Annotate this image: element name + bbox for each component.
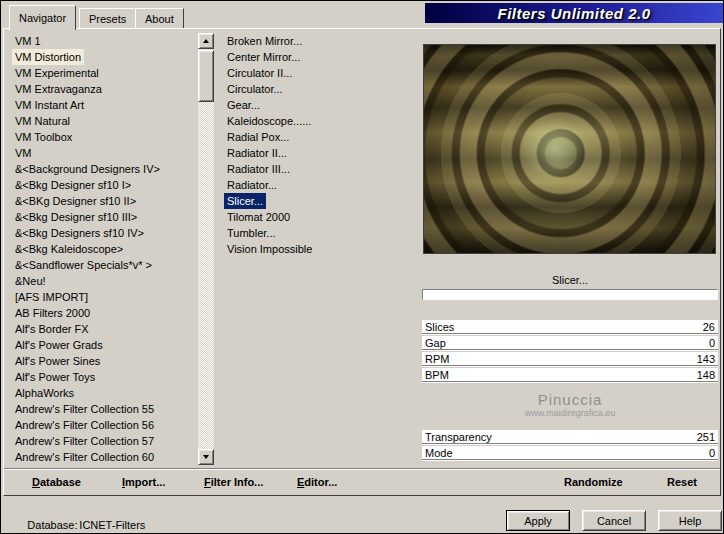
parameter-slider-row[interactable]: Gap0 — [422, 336, 718, 349]
parameter-slider-row[interactable]: RPM143 — [422, 352, 718, 365]
bottom-toolbar: Database Import... Filter Info... Editor… — [4, 468, 720, 495]
category-list: VM 1VM DistortionVM ExperimentalVM Extra… — [12, 33, 196, 467]
parameter-slider-row[interactable]: BPM148 — [422, 368, 718, 381]
apply-button[interactable]: Apply — [506, 510, 570, 531]
parameter-value: 143 — [697, 353, 715, 365]
current-filter-name: Slicer... — [422, 274, 718, 286]
progress-bar — [422, 289, 718, 300]
title-banner: Filters Unlimited 2.0 — [425, 3, 723, 23]
parameter-group-top: Slices26Gap0RPM143BPM148 — [422, 320, 718, 381]
parameter-value: 0 — [709, 447, 715, 459]
filter-item[interactable]: Tilomat 2000 — [224, 209, 293, 225]
category-item[interactable]: VM Toolbox — [12, 129, 75, 145]
parameter-name: RPM — [425, 353, 449, 365]
scroll-up-icon — [203, 39, 209, 43]
filter-item[interactable]: Circulator... — [224, 81, 286, 97]
watermark-url: www.maidiregrafica.eu — [422, 408, 718, 418]
filter-item[interactable]: Radiator II... — [224, 145, 290, 161]
database-button[interactable]: Database — [32, 476, 81, 488]
filter-item[interactable]: Radial Pox... — [224, 129, 292, 145]
category-item[interactable]: VM Natural — [12, 113, 73, 129]
parameter-slider-row[interactable]: Slices26 — [422, 320, 718, 333]
tab-about[interactable]: About — [135, 8, 184, 28]
filter-item[interactable]: Slicer... — [224, 193, 266, 209]
help-button[interactable]: Help — [658, 510, 722, 531]
category-item[interactable]: VM 1 — [12, 33, 44, 49]
reset-button[interactable]: Reset — [667, 476, 697, 488]
category-item[interactable]: AlphaWorks — [12, 385, 77, 401]
parameter-value: 0 — [709, 337, 715, 349]
app-title: Filters Unlimited 2.0 — [497, 5, 650, 22]
category-item[interactable]: Andrew's Filter Collection 60 — [12, 449, 157, 465]
filter-item[interactable]: Center Mirror... — [224, 49, 303, 65]
preview-panel: Slicer... Slices26Gap0RPM143BPM148 Pinuc… — [422, 32, 718, 468]
randomize-button[interactable]: Randomize — [564, 476, 623, 488]
parameter-value: 148 — [697, 369, 715, 381]
parameter-group-bottom: Transparency251Mode0 — [422, 430, 718, 459]
filter-info-button[interactable]: Filter Info... — [204, 476, 263, 488]
category-item[interactable]: &Neu! — [12, 273, 49, 289]
category-item[interactable]: Alf's Power Grads — [12, 337, 106, 353]
filters-status: Filters:1226 — [9, 519, 104, 534]
watermark: Pinuccia www.maidiregrafica.eu — [422, 384, 718, 430]
category-item[interactable]: VM Instant Art — [12, 97, 87, 113]
category-item[interactable]: VM Experimental — [12, 65, 102, 81]
category-item[interactable]: &<Bkg Designers sf10 IV> — [12, 225, 147, 241]
parameter-list: Slices26Gap0RPM143BPM148 Pinuccia www.ma… — [422, 320, 718, 462]
scroll-up-button[interactable] — [198, 33, 214, 49]
category-item[interactable]: VM Extravaganza — [12, 81, 105, 97]
filter-list: Broken Mirror...Center Mirror...Circulat… — [224, 33, 416, 467]
filter-item[interactable]: Radiator III... — [224, 161, 293, 177]
scroll-down-icon — [203, 455, 209, 459]
parameter-slider-row[interactable]: Transparency251 — [422, 430, 718, 443]
navigator-tab-page: VM 1VM DistortionVM ExperimentalVM Extra… — [3, 28, 721, 496]
parameter-slider-row[interactable]: Mode0 — [422, 446, 718, 459]
parameter-name: Transparency — [425, 431, 492, 443]
category-item[interactable]: Andrew's Filter Collection 55 — [12, 401, 157, 417]
filter-item[interactable]: Broken Mirror... — [224, 33, 305, 49]
filter-item[interactable]: Gear... — [224, 97, 263, 113]
filter-item[interactable]: Tumbler... — [224, 225, 279, 241]
editor-button[interactable]: Editor... — [297, 476, 337, 488]
category-item[interactable]: &<BKg Designer sf10 II> — [12, 193, 139, 209]
tab-navigator[interactable]: Navigator — [9, 5, 76, 30]
filter-item[interactable]: Radiator... — [224, 177, 280, 193]
category-item[interactable]: VM — [12, 145, 35, 161]
category-item[interactable]: VM Distortion — [12, 49, 84, 65]
category-item[interactable]: Andrew's Filter Collection 57 — [12, 433, 157, 449]
category-item[interactable]: &<Background Designers IV> — [12, 161, 163, 177]
filter-item[interactable]: Vision Impossible — [224, 241, 315, 257]
parameter-name: BPM — [425, 369, 449, 381]
parameter-name: Mode — [425, 447, 453, 459]
filter-item[interactable]: Circulator II... — [224, 65, 295, 81]
category-item[interactable]: AB Filters 2000 — [12, 305, 93, 321]
tab-presets[interactable]: Presets — [79, 8, 136, 28]
category-item[interactable]: &<Bkg Kaleidoscope> — [12, 241, 126, 257]
category-item[interactable]: Alf's Power Toys — [12, 369, 98, 385]
cancel-button[interactable]: Cancel — [582, 510, 646, 531]
watermark-name: Pinuccia — [422, 384, 718, 408]
parameter-name: Slices — [425, 321, 454, 333]
filters-unlimited-window: Navigator Presets About Filters Unlimite… — [0, 0, 724, 534]
parameter-name: Gap — [425, 337, 446, 349]
filter-preview-image — [423, 44, 716, 254]
category-item[interactable]: &<Bkg Designer sf10 I> — [12, 177, 134, 193]
category-scrollbar[interactable] — [198, 33, 214, 465]
parameter-value: 251 — [697, 431, 715, 443]
status-bar: Database:ICNET-Filters Filters:1226 Appl… — [1, 496, 723, 534]
scrollbar-thumb[interactable] — [198, 50, 214, 102]
parameter-value: 26 — [703, 321, 715, 333]
category-item[interactable]: Alf's Border FX — [12, 321, 92, 337]
scroll-down-button[interactable] — [198, 449, 214, 465]
category-item[interactable]: &<Bkg Designer sf10 III> — [12, 209, 140, 225]
category-item[interactable]: Andrew's Filter Collection 56 — [12, 417, 157, 433]
import-button[interactable]: Import... — [122, 476, 165, 488]
category-item[interactable]: Alf's Power Sines — [12, 353, 103, 369]
filter-item[interactable]: Kaleidoscope...... — [224, 113, 314, 129]
category-item[interactable]: [AFS IMPORT] — [12, 289, 91, 305]
category-item[interactable]: &<Sandflower Specials*v* > — [12, 257, 155, 273]
